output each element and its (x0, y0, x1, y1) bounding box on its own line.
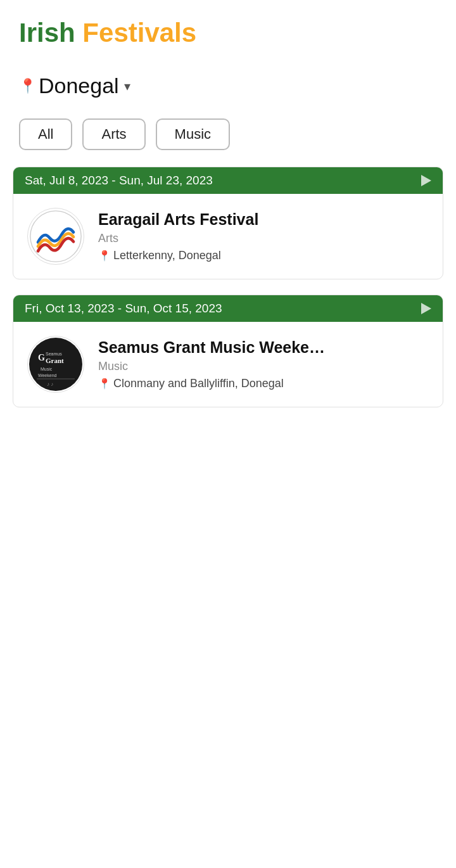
svg-point-1 (29, 338, 82, 391)
location-name: Donegal (39, 73, 119, 98)
app-title: Irish Festivals (19, 18, 437, 48)
festival-category-earagail: Arts (98, 232, 429, 245)
title-festivals: Festivals (75, 18, 196, 48)
festival-location-earagail: 📍 Letterkenny, Donegal (98, 249, 429, 262)
filter-bar: All Arts Music (0, 105, 456, 160)
svg-text:G: G (38, 353, 45, 362)
location-pin-icon: 📍 (19, 78, 36, 94)
location-selector[interactable]: 📍 Donegal ▾ (0, 61, 456, 105)
date-banner-earagail: Sat, Jul 8, 2023 - Sun, Jul 23, 2023 (13, 167, 443, 194)
festival-location-text-earagail: Letterkenny, Donegal (113, 249, 221, 262)
festival-card-seamus[interactable]: Fri, Oct 13, 2023 - Sun, Oct 15, 2023 G … (13, 295, 443, 407)
svg-text:♪ ♪: ♪ ♪ (47, 381, 53, 387)
festival-card-earagail[interactable]: Sat, Jul 8, 2023 - Sun, Jul 23, 2023 Ear… (13, 167, 443, 279)
festival-logo-earagail (27, 208, 84, 265)
festival-date-earagail: Sat, Jul 8, 2023 - Sun, Jul 23, 2023 (25, 174, 414, 188)
festivals-list: Sat, Jul 8, 2023 - Sun, Jul 23, 2023 Ear… (0, 160, 456, 442)
festival-date-seamus: Fri, Oct 13, 2023 - Sun, Oct 15, 2023 (25, 302, 414, 316)
svg-text:Weekend: Weekend (38, 373, 57, 378)
location-small-pin-icon: 📍 (98, 250, 111, 262)
date-banner-seamus: Fri, Oct 13, 2023 - Sun, Oct 15, 2023 (13, 295, 443, 322)
festival-category-seamus: Music (98, 360, 429, 373)
app-header: Irish Festivals (0, 0, 456, 61)
filter-arts-button[interactable]: Arts (82, 118, 145, 150)
svg-text:Seamus: Seamus (46, 352, 62, 356)
festival-location-seamus: 📍 Clonmany and Ballyliffin, Donegal (98, 377, 429, 390)
festival-body-seamus: G Seamus Grant Music Weekend ♪ ♪ Seamus … (13, 322, 443, 407)
svg-text:Grant: Grant (46, 357, 64, 364)
festival-info-earagail: Earagail Arts Festival Arts 📍 Letterkenn… (98, 210, 429, 262)
festival-name-earagail: Earagail Arts Festival (98, 210, 429, 229)
festival-location-text-seamus: Clonmany and Ballyliffin, Donegal (113, 377, 284, 390)
title-irish: Irish (19, 18, 75, 48)
festival-body-earagail: Earagail Arts Festival Arts 📍 Letterkenn… (13, 194, 443, 279)
festival-name-seamus: Seamus Grant Music Weeke… (98, 338, 429, 357)
play-icon (421, 175, 431, 186)
location-small-pin-icon-seamus: 📍 (98, 378, 111, 390)
filter-all-button[interactable]: All (19, 118, 72, 150)
festival-logo-seamus: G Seamus Grant Music Weekend ♪ ♪ (27, 336, 84, 393)
play-icon-seamus (421, 303, 431, 314)
svg-text:Music: Music (41, 367, 53, 371)
festival-info-seamus: Seamus Grant Music Weeke… Music 📍 Clonma… (98, 338, 429, 390)
chevron-down-icon: ▾ (124, 79, 130, 94)
filter-music-button[interactable]: Music (156, 118, 230, 150)
